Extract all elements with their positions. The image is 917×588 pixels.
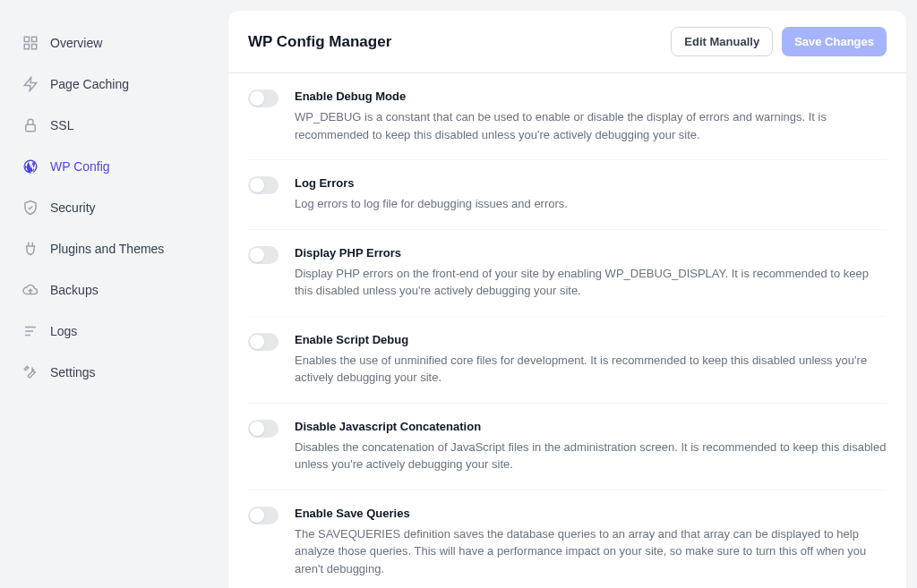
sidebar-item-ssl[interactable]: SSL — [14, 107, 214, 143]
sidebar-item-backups[interactable]: Backups — [14, 272, 214, 308]
svg-rect-2 — [24, 45, 29, 49]
sidebar-item-label: Overview — [50, 36, 102, 50]
setting-desc: Disables the concatenation of JavaScript… — [295, 439, 887, 473]
shield-icon — [21, 199, 39, 217]
toggle-save-queries[interactable] — [248, 507, 279, 524]
sidebar-item-label: WP Config — [50, 159, 110, 174]
dashboard-icon — [21, 34, 39, 52]
sidebar-item-overview[interactable]: Overview — [14, 25, 214, 61]
header-actions: Edit Manually Save Changes — [671, 27, 887, 56]
setting-debug-mode: Enable Debug Mode WP_DEBUG is a constant… — [248, 73, 887, 160]
svg-rect-5 — [26, 124, 36, 132]
edit-manually-button[interactable]: Edit Manually — [671, 27, 773, 56]
setting-save-queries: Enable Save Queries The SAVEQUERIES defi… — [248, 490, 887, 589]
svg-marker-4 — [24, 78, 37, 91]
plug-icon — [21, 240, 39, 258]
cloud-icon — [21, 281, 39, 299]
svg-rect-1 — [32, 37, 37, 41]
setting-display-php-errors: Display PHP Errors Display PHP errors on… — [248, 230, 887, 317]
toggle-js-concat[interactable] — [248, 420, 279, 438]
setting-js-concat: Disable Javascript Concatenation Disable… — [248, 404, 887, 490]
page-title: WP Config Manager — [248, 33, 391, 51]
sidebar-item-plugins-themes[interactable]: Plugins and Themes — [14, 231, 214, 267]
sidebar-item-label: Backups — [50, 283, 99, 297]
setting-title: Log Errors — [295, 176, 887, 190]
sidebar-item-logs[interactable]: Logs — [14, 313, 214, 349]
sidebar-item-label: Plugins and Themes — [50, 242, 164, 256]
setting-title: Enable Save Queries — [295, 507, 887, 520]
lock-icon — [21, 116, 39, 134]
settings-list: Enable Debug Mode WP_DEBUG is a constant… — [228, 73, 906, 588]
save-changes-button[interactable]: Save Changes — [782, 27, 887, 56]
toggle-script-debug[interactable] — [248, 333, 279, 351]
toggle-log-errors[interactable] — [248, 176, 279, 194]
sidebar-item-label: Settings — [50, 365, 96, 379]
sidebar-item-label: Logs — [50, 324, 77, 338]
sidebar: Overview Page Caching SSL WP Config Secu… — [0, 0, 228, 588]
toggle-debug-mode[interactable] — [248, 89, 279, 107]
setting-desc: Display PHP errors on the front-end of y… — [295, 265, 887, 300]
setting-script-debug: Enable Script Debug Enables the use of u… — [248, 317, 887, 404]
sidebar-item-security[interactable]: Security — [14, 190, 214, 226]
setting-desc: The SAVEQUERIES definition saves the dat… — [295, 525, 887, 578]
setting-log-errors: Log Errors Log errors to log file for de… — [248, 160, 887, 230]
setting-title: Enable Script Debug — [295, 333, 887, 346]
sidebar-item-settings[interactable]: Settings — [14, 354, 214, 390]
main-panel: WP Config Manager Edit Manually Save Cha… — [228, 11, 906, 588]
header: WP Config Manager Edit Manually Save Cha… — [228, 11, 906, 73]
bolt-icon — [21, 75, 39, 93]
list-icon — [21, 322, 39, 340]
setting-desc: Log errors to log file for debugging iss… — [295, 195, 887, 213]
wordpress-icon — [21, 158, 39, 175]
setting-title: Display PHP Errors — [295, 246, 887, 260]
setting-title: Disable Javascript Concatenation — [295, 420, 887, 433]
tools-icon — [21, 363, 39, 381]
setting-title: Enable Debug Mode — [295, 89, 887, 103]
svg-rect-0 — [24, 37, 29, 41]
sidebar-item-wp-config[interactable]: WP Config — [14, 149, 214, 184]
sidebar-item-label: SSL — [50, 118, 73, 132]
toggle-display-php-errors[interactable] — [248, 246, 279, 264]
svg-rect-3 — [32, 45, 37, 49]
setting-desc: Enables the use of unminified core files… — [295, 352, 887, 387]
sidebar-item-label: Security — [50, 200, 96, 215]
sidebar-item-label: Page Caching — [50, 77, 129, 91]
sidebar-item-page-caching[interactable]: Page Caching — [14, 66, 214, 102]
setting-desc: WP_DEBUG is a constant that can be used … — [295, 108, 887, 143]
